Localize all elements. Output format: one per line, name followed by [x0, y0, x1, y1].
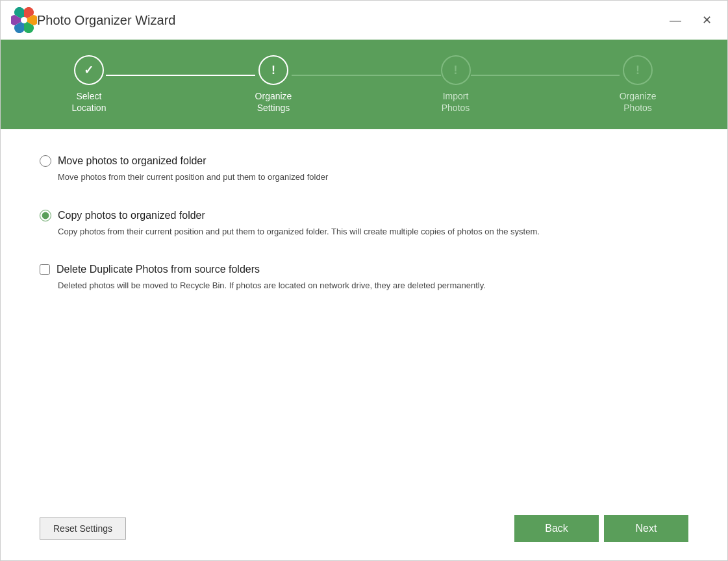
delete-duplicates-desc: Deleted photos will be moved to Recycle …: [58, 279, 688, 292]
spacer-1: [40, 199, 688, 210]
delete-duplicates-checkbox[interactable]: [40, 264, 50, 275]
step-label-1: SelectLocation: [72, 90, 107, 114]
copy-option-label[interactable]: Copy photos to organized folder: [58, 210, 205, 221]
step-organize-settings: ! OrganizeSettings: [255, 55, 292, 114]
step-circle-3: !: [441, 55, 471, 85]
step-select-location: ✓ SelectLocation: [72, 55, 107, 114]
reset-settings-button[interactable]: Reset Settings: [40, 517, 126, 540]
window-controls: — ✕: [664, 12, 717, 29]
bottom-bar: Reset Settings Back Next: [1, 505, 727, 560]
connector-1-2: [106, 75, 255, 76]
app-logo: [11, 7, 37, 33]
connector-2-3: [292, 75, 440, 76]
move-option-group: Move photos to organized folder Move pho…: [40, 155, 688, 184]
title-bar: Photo Organizer Wizard — ✕: [1, 1, 727, 40]
main-content: Move photos to organized folder Move pho…: [1, 129, 727, 505]
nav-buttons: Back Next: [514, 515, 688, 542]
next-button[interactable]: Next: [604, 515, 688, 542]
move-option-label[interactable]: Move photos to organized folder: [58, 155, 207, 167]
step-circle-2: !: [258, 55, 288, 85]
move-option-row: Move photos to organized folder: [40, 155, 688, 167]
copy-option-desc: Copy photos from their current position …: [58, 225, 688, 238]
delete-duplicates-group: Delete Duplicate Photos from source fold…: [40, 264, 688, 292]
app-title: Photo Organizer Wizard: [37, 13, 664, 28]
copy-radio[interactable]: [40, 210, 51, 221]
stepper-bar: ✓ SelectLocation ! OrganizeSettings ! Im…: [1, 40, 727, 129]
svg-point-1: [21, 17, 27, 23]
step-label-3: ImportPhotos: [442, 90, 470, 114]
close-button[interactable]: ✕: [697, 12, 717, 29]
stepper: ✓ SelectLocation ! OrganizeSettings ! Im…: [72, 55, 657, 114]
step-organize-photos: ! OrganizePhotos: [620, 55, 657, 114]
back-button[interactable]: Back: [514, 515, 599, 542]
move-radio[interactable]: [40, 155, 51, 167]
step-circle-1: ✓: [74, 55, 104, 85]
copy-option-group: Copy photos to organized folder Copy pho…: [40, 210, 688, 238]
step-label-2: OrganizeSettings: [255, 90, 292, 114]
move-option-desc: Move photos from their current position …: [58, 171, 688, 184]
step-import-photos: ! ImportPhotos: [441, 55, 471, 114]
minimize-button[interactable]: —: [664, 12, 686, 29]
connector-3-4: [471, 75, 620, 76]
step-label-4: OrganizePhotos: [620, 90, 657, 114]
delete-duplicates-row: Delete Duplicate Photos from source fold…: [40, 264, 688, 275]
copy-option-row: Copy photos to organized folder: [40, 210, 688, 221]
spacer-2: [40, 253, 688, 264]
delete-duplicates-label[interactable]: Delete Duplicate Photos from source fold…: [56, 264, 260, 275]
step-circle-4: !: [623, 55, 653, 85]
